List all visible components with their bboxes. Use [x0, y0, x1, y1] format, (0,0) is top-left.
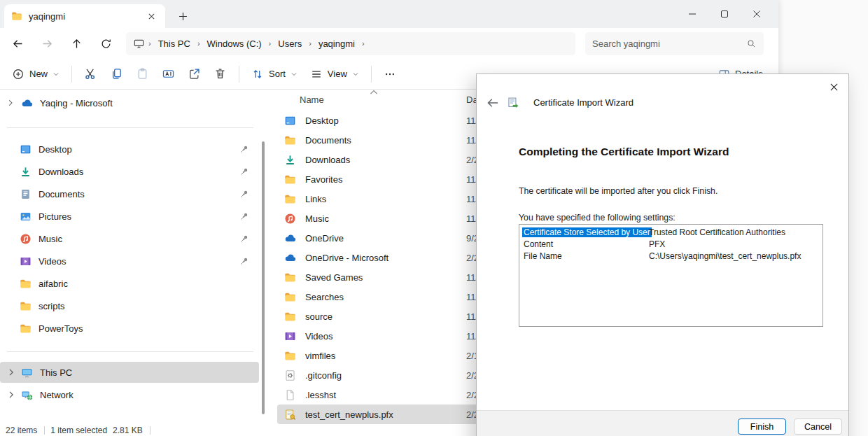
sidebar-scrollbar[interactable] [262, 141, 265, 414]
search-box[interactable] [585, 32, 764, 55]
sidebar-item-label: Music [38, 234, 62, 244]
file-name: Downloads [305, 155, 350, 165]
dialog-close-icon[interactable] [823, 78, 844, 95]
forward-icon[interactable] [35, 31, 59, 55]
tab-yaqingmi[interactable]: yaqingmi [4, 4, 165, 28]
sidebar-item-label: aifabric [38, 279, 68, 289]
view-label: View [328, 69, 347, 79]
dialog-back-icon[interactable] [486, 97, 499, 108]
settings-table[interactable]: Certificate Store Selected by UserTruste… [519, 224, 823, 327]
file-name: Favorites [305, 174, 342, 185]
network-icon [21, 389, 33, 401]
new-button[interactable]: New [6, 62, 66, 86]
file-name: .gitconfig [305, 370, 342, 381]
breadcrumb-segment[interactable]: yaqingmi [314, 36, 360, 51]
sidebar-item-label: This PC [40, 367, 72, 378]
sidebar-item-music[interactable]: Music [0, 228, 259, 249]
breadcrumb-segment[interactable]: Users [273, 36, 307, 51]
gear-file-icon [284, 370, 296, 381]
chevron-right-icon[interactable] [6, 367, 17, 378]
share-icon[interactable] [181, 62, 207, 86]
sidebar-item-videos[interactable]: Videos [0, 251, 259, 272]
selection-count: 1 item selected [50, 426, 107, 435]
search-input[interactable] [592, 38, 746, 49]
videos-icon [284, 330, 296, 342]
close-button[interactable] [741, 0, 773, 28]
delete-icon[interactable] [207, 62, 233, 86]
sidebar-item-network[interactable]: Network [0, 384, 259, 405]
sidebar-item-powertoys[interactable]: PowerToys [0, 318, 259, 339]
sidebar-item-downloads[interactable]: Downloads [0, 161, 259, 182]
file-name: Links [305, 194, 326, 204]
sidebar-item-label: Network [40, 390, 74, 400]
settings-key: Content [522, 239, 646, 251]
breadcrumb-chevron-icon: › [307, 39, 314, 48]
chevron-right-icon[interactable] [6, 389, 17, 400]
tab-close-icon[interactable] [144, 9, 158, 23]
sort-button[interactable]: Sort [245, 62, 304, 86]
navigation-pane: Yaqing - Microsoft DesktopDownloadsDocum… [0, 90, 267, 424]
settings-row[interactable]: File NameC:\Users\yaqingmi\test_cert_new… [519, 251, 822, 262]
dialog-footer: Finish Cancel [477, 410, 848, 436]
file-name: .lesshst [305, 390, 336, 400]
chevron-right-icon[interactable] [6, 98, 17, 108]
folder-icon [284, 311, 296, 323]
finish-button[interactable]: Finish [738, 419, 786, 435]
downloads-icon [284, 154, 296, 166]
cut-icon[interactable] [78, 62, 104, 86]
selection-size: 2.81 KB [113, 426, 143, 435]
sidebar-item-scripts[interactable]: scripts [0, 295, 259, 316]
new-tab-button[interactable] [174, 7, 192, 25]
settings-row[interactable]: ContentPFX [519, 239, 822, 251]
folder-icon [20, 278, 31, 290]
paste-icon[interactable] [130, 62, 155, 86]
pin-icon [239, 234, 249, 244]
file-icon [284, 389, 296, 401]
maximize-button[interactable] [708, 0, 741, 28]
music-icon [284, 213, 296, 225]
back-icon[interactable] [6, 31, 29, 55]
sidebar-item-documents[interactable]: Documents [0, 183, 259, 204]
breadcrumb: ›This PC›Windows (C:)›Users›yaqingmi› [126, 32, 575, 55]
more-options-icon[interactable] [377, 62, 402, 86]
settings-value: Trusted Root Certification Authorities [646, 227, 785, 239]
sidebar-item-this-pc[interactable]: This PC [0, 362, 259, 383]
file-name: test_cert_newplus.pfx [305, 409, 393, 420]
file-name: Documents [305, 135, 351, 146]
settings-intro-text: You have specified the following setting… [519, 213, 676, 223]
view-button[interactable]: View [304, 62, 365, 86]
details-button-fragment[interactable]: Details [718, 69, 773, 73]
search-icon[interactable] [746, 38, 757, 49]
breadcrumb-segment[interactable]: Windows (C:) [202, 36, 267, 51]
sidebar-item-label: Documents [38, 189, 85, 199]
sidebar-item-label: Downloads [38, 167, 83, 177]
sidebar-item-pictures[interactable]: Pictures [0, 206, 259, 227]
minimize-button[interactable] [676, 0, 708, 28]
pictures-icon [20, 211, 31, 223]
sidebar-item-aifabric[interactable]: aifabric [0, 273, 259, 294]
settings-row[interactable]: Certificate Store Selected by UserTruste… [519, 227, 822, 239]
tab-strip: yaqingmi [0, 0, 778, 28]
sidebar-item-label: Desktop [38, 144, 72, 155]
folder-icon [284, 134, 296, 146]
file-name: Desktop [305, 115, 339, 126]
copy-icon[interactable] [104, 62, 130, 86]
up-icon[interactable] [64, 31, 88, 55]
rename-icon[interactable] [155, 62, 181, 86]
sidebar-divider [7, 351, 253, 352]
downloads-icon [20, 166, 31, 178]
documents-icon [20, 188, 31, 200]
refresh-icon[interactable] [94, 31, 118, 55]
breadcrumb-chevron-icon: › [195, 39, 202, 48]
dialog-body-text: The certificate will be imported after y… [519, 186, 718, 196]
folder-icon [11, 10, 22, 22]
sidebar-item-label: Videos [38, 256, 66, 267]
sidebar-item-desktop[interactable]: Desktop [0, 139, 259, 160]
folder-icon [284, 291, 296, 303]
breadcrumb-segment[interactable]: This PC [153, 36, 195, 51]
sort-label: Sort [269, 69, 286, 79]
cancel-button[interactable]: Cancel [794, 419, 842, 435]
sidebar-item-onedrive[interactable]: Yaqing - Microsoft [0, 92, 259, 113]
this-pc-icon [21, 367, 33, 379]
column-header-name[interactable]: Name [300, 94, 324, 105]
